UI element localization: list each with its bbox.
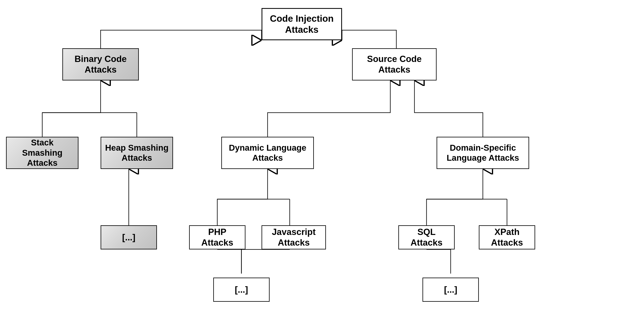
node-ellipsis-binary: [...] — [100, 225, 157, 250]
node-sql-attacks: SQL Attacks — [398, 225, 455, 250]
node-heap-smashing: Heap Smashing Attacks — [100, 137, 173, 169]
node-domain-specific: Domain-Specific Language Attacks — [436, 137, 529, 169]
line-source-to-root — [342, 30, 396, 48]
node-code-injection: Code Injection Attacks — [262, 8, 342, 40]
line-stack-to-binary — [42, 80, 100, 137]
node-php-attacks: PHP Attacks — [189, 225, 246, 250]
node-stack-smashing: Stack Smashing Attacks — [6, 137, 78, 169]
node-xpath-attacks: XPath Attacks — [479, 225, 535, 250]
node-ellipsis-domain: [...] — [422, 278, 479, 302]
node-source-code: Source Code Attacks — [352, 48, 436, 80]
line-binary-to-root — [100, 30, 262, 48]
node-binary-code: Binary Code Attacks — [62, 48, 139, 80]
line-dynamic-to-source — [268, 80, 390, 137]
node-dynamic-language: Dynamic Language Attacks — [221, 137, 314, 169]
diagram-container: Code Injection Attacks Binary Code Attac… — [0, 0, 644, 314]
line-domain-to-source — [414, 80, 483, 137]
line-ellipsis-dynamic-horizontal — [242, 250, 290, 274]
lines-layer — [0, 0, 644, 314]
node-ellipsis-dynamic: [...] — [213, 278, 270, 302]
node-javascript-attacks: Javascript Attacks — [262, 225, 326, 250]
line-php-to-dynamic — [217, 169, 268, 225]
line-sql-to-domain — [426, 169, 483, 225]
